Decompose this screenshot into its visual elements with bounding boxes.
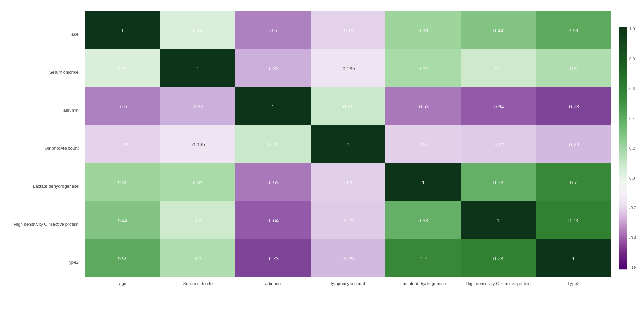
- heatmap-cell: -0.19: [85, 125, 160, 163]
- colorbar: [619, 27, 627, 270]
- heatmap-cell: 0.44: [461, 11, 536, 49]
- colorbar-tick-label: 0.0: [629, 176, 636, 181]
- heatmap-cell: 0.73: [536, 201, 611, 239]
- heatmap-cell: -0.5: [235, 11, 311, 49]
- heatmap-cell: 0.32: [385, 49, 461, 87]
- col-label: Serum chloride: [160, 280, 236, 286]
- col-label: Lactate dehydrogenase: [385, 280, 461, 286]
- heatmap-cell: -0.29: [536, 125, 611, 163]
- heatmap-cell: 0.7: [536, 163, 611, 201]
- heatmap-cell: 0.2: [160, 201, 236, 239]
- colorbar-container: 1.00.80.60.40.20.0-0.2-0.4-0.6: [619, 15, 636, 281]
- heatmap-cell: -0.33: [235, 49, 311, 87]
- heatmap-grid: 10.16-0.5-0.190.360.440.560.161-0.33-0.0…: [85, 11, 611, 277]
- heatmap-cell: -0.53: [235, 163, 311, 201]
- colorbar-tick-label: 0.4: [629, 116, 636, 121]
- col-label: High sensitivity C-reactive protein: [461, 280, 536, 286]
- heatmap-cell: 1: [461, 201, 536, 239]
- col-label: lymphocyte count: [311, 280, 386, 286]
- heatmap-cell: -0.19: [311, 11, 386, 49]
- colorbar-tick-label: -0.4: [629, 236, 636, 240]
- heatmap-cell: 0.16: [85, 49, 160, 87]
- row-labels: age -Serum chloride -albumin -lymphocyte…: [8, 15, 84, 281]
- heatmap-area: 10.16-0.5-0.190.360.440.560.161-0.33-0.0…: [85, 11, 611, 286]
- heatmap-cell: -0.5: [85, 87, 160, 125]
- heatmap-cell: 0.3: [160, 239, 236, 277]
- heatmap-cell: 1: [85, 11, 160, 49]
- heatmap-cell: 0.3: [536, 49, 611, 87]
- colorbar-tick-label: 1.0: [629, 27, 636, 31]
- heatmap-cell: -0.53: [385, 87, 461, 125]
- heatmap-cell: 0.21: [311, 87, 386, 125]
- row-label: Type2 -: [8, 243, 84, 281]
- col-labels: ageSerum chloridealbuminlymphocyte count…: [85, 280, 611, 286]
- colorbar-tick-label: 0.2: [629, 146, 636, 150]
- row-label: Serum chloride -: [8, 53, 84, 91]
- heatmap-cell: 1: [311, 125, 386, 163]
- colorbar-tick-label: 0.8: [629, 57, 636, 61]
- heatmap-cell: -0.29: [311, 239, 386, 277]
- heatmap-cell: 1: [160, 49, 236, 87]
- heatmap-cell: -0.22: [461, 125, 536, 163]
- heatmap-cell: -0.095: [311, 49, 386, 87]
- heatmap-cell: 0.21: [235, 125, 311, 163]
- row-label: albumin -: [8, 91, 84, 129]
- heatmap-cell: -0.22: [311, 201, 386, 239]
- heatmap-cell: -0.33: [160, 87, 236, 125]
- heatmap-cell: 0.56: [85, 239, 160, 277]
- col-label: albumin: [235, 280, 311, 286]
- heatmap-cell: 0.53: [385, 201, 461, 239]
- heatmap-cell: -0.2: [311, 163, 386, 201]
- row-label: age -: [8, 15, 84, 53]
- colorbar-tick-labels: 1.00.80.60.40.20.0-0.2-0.4-0.6: [629, 27, 636, 270]
- heatmap-cell: 1: [235, 87, 311, 125]
- heatmap-cell: -0.73: [235, 239, 311, 277]
- heatmap-cell: 0.32: [160, 163, 236, 201]
- row-label: Lactate dehydrogenase -: [8, 167, 84, 205]
- colorbar-tick-label: 0.6: [629, 86, 636, 91]
- heatmap-cell: -0.64: [235, 201, 311, 239]
- heatmap-cell: 0.16: [160, 11, 236, 49]
- colorbar-tick-label: -0.6: [629, 265, 636, 270]
- heatmap-cell: -0.73: [536, 87, 611, 125]
- heatmap-cell: 0.36: [385, 11, 461, 49]
- heatmap-cell: 0.56: [536, 11, 611, 49]
- heatmap-cell: 0.73: [461, 239, 536, 277]
- row-label: High sensitivity C-reactive protein -: [8, 205, 84, 243]
- heatmap-cell: 0.2: [461, 49, 536, 87]
- heatmap-cell: 0.44: [85, 201, 160, 239]
- heatmap-cell: 1: [385, 163, 461, 201]
- colorbar-tick-label: -0.2: [629, 206, 636, 210]
- col-label: Type2: [536, 280, 611, 286]
- heatmap-cell: -0.095: [160, 125, 236, 163]
- col-label: age: [85, 280, 160, 286]
- heatmap-cell: -0.64: [461, 87, 536, 125]
- heatmap-cell: 0.36: [85, 163, 160, 201]
- heatmap-cell: 0.53: [461, 163, 536, 201]
- heatmap-cell: 0.7: [385, 239, 461, 277]
- heatmap-cell: -0.2: [385, 125, 461, 163]
- heatmap-cell: 1: [536, 239, 611, 277]
- chart-container: age -Serum chloride -albumin -lymphocyte…: [0, 0, 644, 320]
- row-label: lymphocyte count -: [8, 129, 84, 167]
